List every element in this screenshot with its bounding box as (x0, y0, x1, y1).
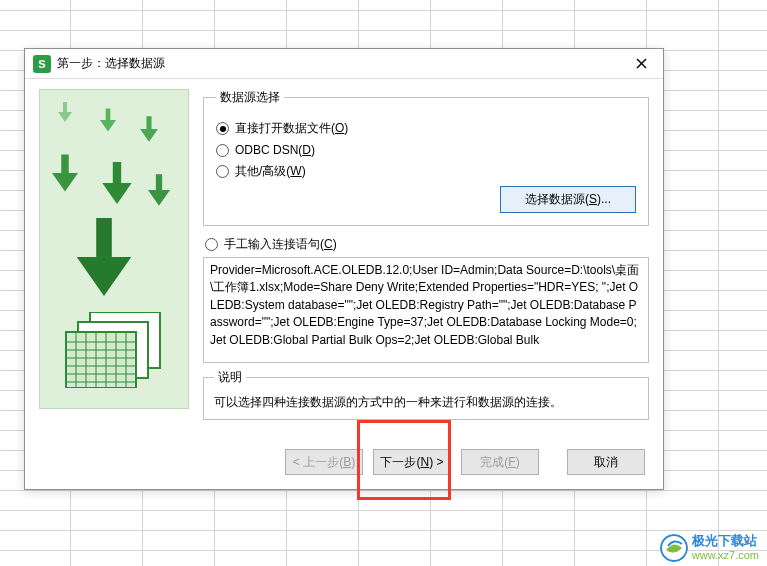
datasource-legend: 数据源选择 (216, 89, 284, 106)
radio-odbc-dsn[interactable]: ODBC DSN(D) (216, 143, 636, 157)
wizard-dialog: S 第一步：选择数据源 (24, 48, 664, 490)
description-legend: 说明 (214, 369, 246, 386)
arrow-down-icon (58, 102, 72, 122)
connection-string-textarea[interactable]: Provider=Microsoft.ACE.OLEDB.12.0;User I… (203, 257, 649, 363)
radio-label: 直接打开数据文件(O) (235, 120, 348, 137)
watermark-title: 极光下载站 (692, 533, 759, 549)
arrow-down-icon (148, 174, 170, 206)
datasource-fieldset: 数据源选择 直接打开数据文件(O) ODBC DSN(D) 其他/高级(W) 选… (203, 89, 649, 226)
close-icon (636, 58, 647, 69)
watermark-logo-icon (660, 534, 688, 562)
wizard-illustration (39, 89, 189, 409)
radio-other-advanced[interactable]: 其他/高级(W) (216, 163, 636, 180)
finish-button: 完成(F) (461, 449, 539, 475)
arrow-down-icon (102, 162, 132, 204)
radio-icon (216, 122, 229, 135)
radio-label: 其他/高级(W) (235, 163, 306, 180)
next-button[interactable]: 下一步(N) > (373, 449, 451, 475)
close-button[interactable] (627, 54, 655, 74)
arrow-down-icon (52, 154, 78, 192)
select-datasource-button[interactable]: 选择数据源(S)... (500, 186, 636, 213)
radio-direct-open[interactable]: 直接打开数据文件(O) (216, 120, 636, 137)
arrow-down-icon (76, 218, 132, 296)
wizard-footer: < 上一步(B) 下一步(N) > 完成(F) 取消 (25, 441, 663, 489)
description-fieldset: 说明 可以选择四种连接数据源的方式中的一种来进行和数据源的连接。 (203, 369, 649, 420)
watermark-url: www.xz7.com (692, 549, 759, 562)
radio-icon (205, 238, 218, 251)
description-text: 可以选择四种连接数据源的方式中的一种来进行和数据源的连接。 (214, 394, 638, 411)
cancel-button[interactable]: 取消 (567, 449, 645, 475)
radio-icon (216, 144, 229, 157)
arrow-down-icon (140, 116, 158, 142)
app-icon: S (33, 55, 51, 73)
arrow-down-icon (100, 108, 116, 132)
radio-label: ODBC DSN(D) (235, 143, 315, 157)
radio-manual-connection[interactable]: 手工输入连接语句(C) (205, 236, 649, 253)
watermark: 极光下载站 www.xz7.com (660, 533, 759, 562)
titlebar: S 第一步：选择数据源 (25, 49, 663, 79)
back-button: < 上一步(B) (285, 449, 363, 475)
radio-icon (216, 165, 229, 178)
spreadsheet-stack-icon (64, 312, 164, 388)
radio-label: 手工输入连接语句(C) (224, 236, 337, 253)
dialog-title: 第一步：选择数据源 (57, 55, 165, 72)
